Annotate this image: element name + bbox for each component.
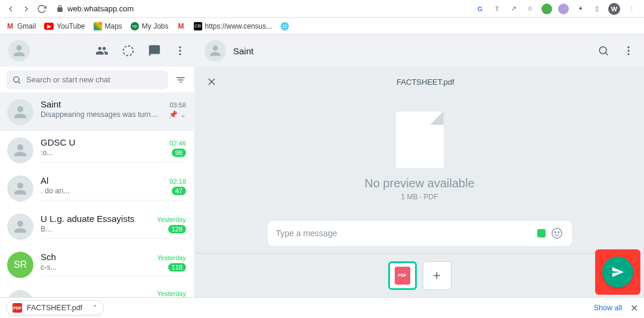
svg-point-15 bbox=[558, 231, 559, 233]
new-chat-icon[interactable] bbox=[148, 44, 161, 57]
search-input[interactable] bbox=[26, 75, 162, 84]
search-chat-icon[interactable] bbox=[597, 45, 609, 57]
contact-avatar[interactable] bbox=[205, 40, 226, 61]
pdf-file-icon: PDF bbox=[13, 303, 22, 313]
chat-name: Sch bbox=[41, 252, 56, 262]
close-attachment-button[interactable] bbox=[206, 76, 218, 88]
chat-header: Saint bbox=[195, 35, 644, 67]
google-icon[interactable]: G bbox=[475, 4, 485, 14]
chat-item[interactable]: Yesterday 118 bbox=[0, 284, 194, 297]
chat-time: 02:18 bbox=[169, 178, 186, 185]
filter-icon[interactable] bbox=[173, 75, 188, 85]
unread-badge: 47 bbox=[172, 187, 186, 195]
svg-point-0 bbox=[123, 46, 134, 56]
no-preview-text: No preview available bbox=[364, 177, 475, 190]
back-button[interactable] bbox=[5, 3, 17, 15]
extensions-icon[interactable]: ✦ bbox=[575, 4, 586, 14]
bookmarks-bar: MGmail ▶YouTube Maps vpMy Jobs M CBhttps… bbox=[0, 18, 644, 35]
extension-2-icon[interactable] bbox=[558, 4, 569, 14]
chat-preview: c-s... bbox=[41, 263, 57, 271]
chat-time: 02:46 bbox=[169, 140, 186, 147]
svg-point-1 bbox=[179, 47, 181, 48]
add-attachment-button[interactable]: + bbox=[423, 261, 451, 290]
chevron-down-icon: ⌄ bbox=[180, 110, 186, 119]
side-panel-icon[interactable]: ▯ bbox=[592, 4, 602, 14]
chat-pane: Saint FACTSHEET.pdf No preview available… bbox=[195, 35, 644, 297]
unread-badge: 98 bbox=[172, 149, 186, 157]
chat-time: Yesterday bbox=[157, 254, 186, 261]
chat-item[interactable]: GDSC U02:46:o...98 bbox=[0, 131, 194, 169]
attachment-filename: FACTSHEET.pdf bbox=[218, 78, 633, 87]
svg-point-10 bbox=[627, 53, 629, 55]
chat-time: Yesterday bbox=[157, 216, 186, 223]
document-icon bbox=[396, 112, 444, 168]
reload-button[interactable] bbox=[36, 3, 48, 15]
chat-name: GDSC U bbox=[41, 137, 75, 147]
chat-list: Saint03:58Disappearing messages was turn… bbox=[0, 93, 194, 297]
download-item[interactable]: PDF FACTSHEET.pdf ˄ bbox=[6, 300, 104, 316]
bookmark-m[interactable]: M bbox=[177, 22, 185, 30]
bookmark-youtube[interactable]: ▶YouTube bbox=[44, 22, 85, 30]
attachment-thumb-1[interactable]: PDF bbox=[388, 261, 417, 290]
chat-name: U L.g. aduate Essayists bbox=[41, 214, 135, 224]
emoji-icon[interactable] bbox=[550, 227, 564, 240]
attachment-header: FACTSHEET.pdf bbox=[195, 67, 644, 97]
caption-row bbox=[195, 216, 644, 253]
chat-preview: B... bbox=[41, 225, 52, 233]
communities-icon[interactable] bbox=[95, 44, 109, 57]
attachment-thumbs: PDF + bbox=[195, 253, 644, 297]
bookmark-globe[interactable]: 🌐 bbox=[280, 22, 289, 30]
download-shelf: PDF FACTSHEET.pdf ˄ Show all ✕ bbox=[0, 297, 644, 318]
browser-menu-icon[interactable]: ⋮ bbox=[626, 4, 637, 14]
svg-point-9 bbox=[627, 50, 629, 51]
browser-actions: G ⇪ ↗ ☆ ✦ ▯ W ⋮ bbox=[475, 3, 639, 15]
bookmark-census[interactable]: CBhttps://www.census... bbox=[194, 22, 273, 30]
unread-badge: 118 bbox=[168, 263, 186, 271]
svg-point-2 bbox=[179, 50, 181, 51]
caption-box[interactable] bbox=[268, 221, 572, 246]
svg-point-4 bbox=[14, 76, 19, 82]
chat-item[interactable]: Al02:18. do an...47 bbox=[0, 169, 194, 208]
whatsapp-app: Saint03:58Disappearing messages was turn… bbox=[0, 35, 644, 297]
chat-avatar bbox=[7, 175, 33, 202]
address-bar[interactable]: web.whatsapp.com bbox=[56, 4, 134, 13]
search-box[interactable] bbox=[6, 70, 168, 89]
bookmark-myjobs[interactable]: vpMy Jobs bbox=[131, 22, 169, 30]
chat-avatar bbox=[7, 214, 33, 240]
bookmark-maps[interactable]: Maps bbox=[94, 22, 122, 30]
chat-avatar bbox=[7, 99, 33, 125]
star-icon[interactable]: ☆ bbox=[525, 4, 535, 14]
share2-icon[interactable]: ↗ bbox=[508, 4, 519, 14]
share-icon[interactable]: ⇪ bbox=[491, 4, 502, 14]
chat-preview: :o... bbox=[41, 149, 53, 157]
download-filename: FACTSHEET.pdf bbox=[27, 304, 82, 312]
pin-icon: 📌 bbox=[169, 110, 178, 119]
chat-preview: . do an... bbox=[41, 187, 70, 195]
chat-item[interactable]: Saint03:58Disappearing messages was turn… bbox=[0, 93, 194, 131]
chat-item[interactable]: SRSchYesterdayc-s...118 bbox=[0, 246, 194, 284]
sidebar-header bbox=[0, 35, 194, 67]
chat-item[interactable]: U L.g. aduate EssayistsYesterdayB...128 bbox=[0, 208, 194, 246]
caption-input[interactable] bbox=[276, 229, 532, 238]
browser-toolbar: web.whatsapp.com G ⇪ ↗ ☆ ✦ ▯ W ⋮ bbox=[0, 0, 644, 18]
forward-button[interactable] bbox=[20, 3, 32, 15]
status-icon[interactable] bbox=[122, 44, 135, 57]
extension-1-icon[interactable] bbox=[541, 4, 552, 14]
my-avatar[interactable] bbox=[8, 40, 30, 61]
file-meta: 1 MB · PDF bbox=[401, 193, 438, 201]
send-button[interactable] bbox=[602, 257, 633, 288]
lock-icon bbox=[56, 5, 64, 13]
close-shelf-button[interactable]: ✕ bbox=[630, 302, 638, 314]
contact-name: Saint bbox=[233, 46, 253, 56]
sticker-icon[interactable] bbox=[537, 229, 546, 237]
chat-avatar bbox=[7, 137, 33, 163]
profile-avatar-browser[interactable]: W bbox=[608, 3, 620, 15]
download-chevron-icon[interactable]: ˄ bbox=[93, 304, 97, 313]
show-all-downloads[interactable]: Show all bbox=[594, 304, 622, 312]
svg-point-13 bbox=[552, 229, 562, 239]
svg-point-14 bbox=[555, 231, 556, 233]
chat-avatar bbox=[7, 290, 33, 297]
bookmark-gmail[interactable]: MGmail bbox=[6, 22, 36, 30]
chat-menu-icon[interactable] bbox=[623, 45, 634, 57]
sidebar-menu-icon[interactable] bbox=[174, 44, 186, 57]
